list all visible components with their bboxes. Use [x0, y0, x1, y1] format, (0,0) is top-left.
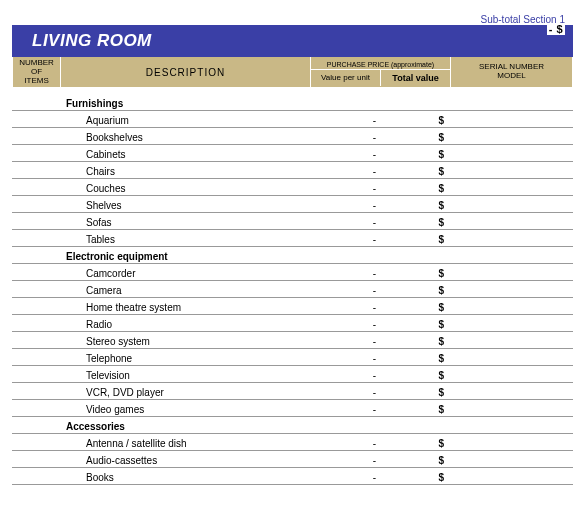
cell-serial[interactable] [450, 212, 573, 229]
cell-vpu[interactable]: - [310, 229, 380, 246]
cell-serial[interactable] [450, 93, 573, 110]
cell-vpu[interactable]: - [310, 348, 380, 365]
cell-serial[interactable] [450, 144, 573, 161]
cell-desc: Couches [60, 178, 310, 195]
cell-tv [380, 246, 450, 263]
table-row: Bookshelves-$ [12, 127, 573, 144]
cell-num[interactable] [12, 365, 60, 382]
cell-vpu[interactable] [310, 93, 380, 110]
cell-num[interactable] [12, 331, 60, 348]
table-row: Couches-$ [12, 178, 573, 195]
cell-vpu[interactable]: - [310, 382, 380, 399]
cell-desc: Camcorder [60, 263, 310, 280]
cell-serial[interactable] [450, 416, 573, 433]
cell-serial[interactable] [450, 433, 573, 450]
table-row: Stereo system-$ [12, 331, 573, 348]
cell-num[interactable] [12, 382, 60, 399]
cell-tv: $ [380, 382, 450, 399]
cell-desc: Camera [60, 280, 310, 297]
cell-tv: $ [380, 263, 450, 280]
cell-vpu[interactable]: - [310, 144, 380, 161]
cell-tv [380, 93, 450, 110]
section-title: LIVING ROOM [32, 31, 152, 50]
cell-desc: Sofas [60, 212, 310, 229]
cell-vpu[interactable]: - [310, 195, 380, 212]
cell-vpu[interactable]: - [310, 280, 380, 297]
cell-tv: $ [380, 127, 450, 144]
cell-num[interactable] [12, 161, 60, 178]
cell-vpu[interactable]: - [310, 212, 380, 229]
cell-serial[interactable] [450, 280, 573, 297]
cell-vpu[interactable] [310, 246, 380, 263]
cell-num[interactable] [12, 280, 60, 297]
cell-vpu[interactable]: - [310, 433, 380, 450]
cell-num[interactable] [12, 348, 60, 365]
section-header-row: Accessories [12, 416, 573, 433]
cell-num[interactable] [12, 93, 60, 110]
cell-num[interactable] [12, 229, 60, 246]
cell-serial[interactable] [450, 127, 573, 144]
cell-num[interactable] [12, 178, 60, 195]
cell-serial[interactable] [450, 331, 573, 348]
table-row: Camera-$ [12, 280, 573, 297]
cell-vpu[interactable]: - [310, 127, 380, 144]
cell-serial[interactable] [450, 450, 573, 467]
cell-serial[interactable] [450, 382, 573, 399]
cell-vpu[interactable]: - [310, 450, 380, 467]
cell-serial[interactable] [450, 229, 573, 246]
col-number-of-items: NUMBER OF ITEMS [13, 57, 61, 87]
cell-vpu[interactable]: - [310, 399, 380, 416]
cell-serial[interactable] [450, 246, 573, 263]
table-row: Aquarium-$ [12, 110, 573, 127]
cell-vpu[interactable]: - [310, 365, 380, 382]
cell-vpu[interactable]: - [310, 178, 380, 195]
cell-serial[interactable] [450, 314, 573, 331]
cell-desc: Shelves [60, 195, 310, 212]
table-row: Shelves-$ [12, 195, 573, 212]
cell-serial[interactable] [450, 348, 573, 365]
cell-serial[interactable] [450, 161, 573, 178]
cell-num[interactable] [12, 467, 60, 484]
cell-num[interactable] [12, 110, 60, 127]
cell-vpu[interactable]: - [310, 314, 380, 331]
table-row: Telephone-$ [12, 348, 573, 365]
cell-serial[interactable] [450, 365, 573, 382]
cell-vpu[interactable] [310, 416, 380, 433]
cell-vpu[interactable]: - [310, 467, 380, 484]
cell-num[interactable] [12, 297, 60, 314]
cell-num[interactable] [12, 195, 60, 212]
cell-vpu[interactable]: - [310, 331, 380, 348]
cell-tv: $ [380, 178, 450, 195]
cell-vpu[interactable]: - [310, 161, 380, 178]
cell-num[interactable] [12, 399, 60, 416]
cell-serial[interactable] [450, 110, 573, 127]
cell-serial[interactable] [450, 297, 573, 314]
cell-desc: Bookshelves [60, 127, 310, 144]
cell-vpu[interactable]: - [310, 263, 380, 280]
cell-desc: Home theatre system [60, 297, 310, 314]
cell-serial[interactable] [450, 467, 573, 484]
subtotal-label: Sub-total Section 1 [12, 10, 573, 25]
table-row: Chairs-$ [12, 161, 573, 178]
table-row: Sofas-$ [12, 212, 573, 229]
cell-serial[interactable] [450, 195, 573, 212]
section-title-cell: Electronic equipment [60, 246, 310, 263]
cell-num[interactable] [12, 416, 60, 433]
cell-num[interactable] [12, 144, 60, 161]
cell-tv: $ [380, 195, 450, 212]
cell-vpu[interactable]: - [310, 110, 380, 127]
table-row: Cabinets-$ [12, 144, 573, 161]
cell-serial[interactable] [450, 399, 573, 416]
cell-num[interactable] [12, 433, 60, 450]
cell-serial[interactable] [450, 178, 573, 195]
cell-num[interactable] [12, 212, 60, 229]
cell-num[interactable] [12, 263, 60, 280]
cell-serial[interactable] [450, 263, 573, 280]
cell-vpu[interactable]: - [310, 297, 380, 314]
cell-num[interactable] [12, 314, 60, 331]
cell-num[interactable] [12, 450, 60, 467]
cell-desc: Cabinets [60, 144, 310, 161]
cell-num[interactable] [12, 246, 60, 263]
cell-tv: $ [380, 212, 450, 229]
cell-num[interactable] [12, 127, 60, 144]
